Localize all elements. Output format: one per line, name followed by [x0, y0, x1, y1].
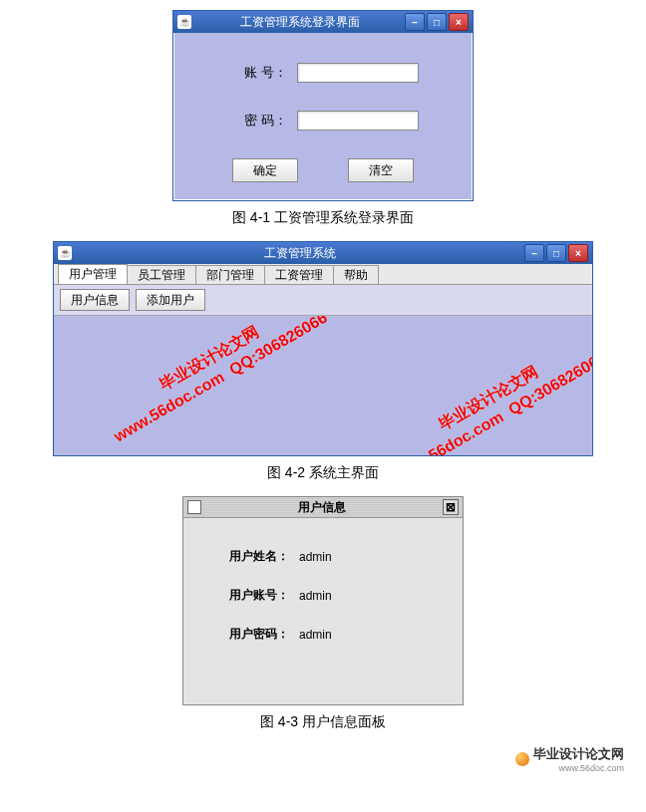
account-row: 账 号： — [193, 63, 453, 83]
tab-dept-mgmt[interactable]: 部门管理 — [195, 265, 265, 284]
label-account: 用户账号： — [219, 587, 299, 604]
frame-icon — [187, 500, 201, 514]
row-password: 用户密码： admin — [219, 626, 443, 643]
titlebar: ☕ 工资管理系统 – □ × — [54, 242, 592, 264]
password-input[interactable] — [297, 111, 419, 131]
window-title: 工资管理系统 — [76, 245, 524, 262]
figure-2-caption: 图 4-2 系统主界面 — [10, 464, 636, 482]
window-title: 用户信息 — [205, 499, 439, 516]
figure-1: ☕ 工资管理系统登录界面 – □ × 账 号： 密 码： 确定 清空 图 4-1… — [10, 10, 636, 227]
maximize-button[interactable]: □ — [546, 244, 566, 262]
window-controls: – □ × — [405, 13, 469, 31]
user-info-button[interactable]: 用户信息 — [60, 289, 130, 311]
user-info-frame: 用户信息 ⊠ 用户姓名： admin 用户账号： admin 用户密码： adm… — [182, 496, 464, 705]
label-username: 用户姓名： — [219, 548, 299, 565]
figure-2: ☕ 工资管理系统 – □ × 用户管理 员工管理 部门管理 工资管理 帮助 用户… — [10, 241, 636, 482]
figure-1-caption: 图 4-1 工资管理系统登录界面 — [10, 209, 636, 227]
label-password: 用户密码： — [219, 626, 299, 643]
brand-url: www.56doc.com — [533, 763, 624, 773]
figure-3: 用户信息 ⊠ 用户姓名： admin 用户账号： admin 用户密码： adm… — [10, 496, 636, 731]
minimize-button[interactable]: – — [405, 13, 425, 31]
password-label: 密 码： — [227, 112, 287, 130]
row-username: 用户姓名： admin — [219, 548, 443, 565]
site-logo: 毕业设计论文网 www.56doc.com — [515, 745, 624, 773]
maximize-button[interactable]: □ — [427, 13, 447, 31]
value-username: admin — [299, 550, 332, 564]
footer-watermark: 毕业设计论文网 www.56doc.com — [10, 745, 636, 775]
titlebar: ☕ 工资管理系统登录界面 – □ × — [173, 11, 473, 33]
account-input[interactable] — [297, 63, 419, 83]
password-row: 密 码： — [193, 111, 453, 131]
brand-text: 毕业设计论文网 www.56doc.com — [533, 745, 624, 773]
java-icon: ☕ — [58, 246, 72, 260]
button-row: 确定 清空 — [193, 158, 453, 182]
value-password: admin — [299, 628, 332, 642]
window-title: 工资管理系统登录界面 — [195, 14, 405, 31]
tab-salary-mgmt[interactable]: 工资管理 — [264, 265, 334, 284]
add-user-button[interactable]: 添加用户 — [136, 289, 205, 311]
java-icon: ☕ — [177, 15, 191, 29]
close-button[interactable]: ⊠ — [443, 499, 459, 515]
figure-3-caption: 图 4-3 用户信息面板 — [10, 713, 636, 731]
row-account: 用户账号： admin — [219, 587, 443, 604]
tab-help[interactable]: 帮助 — [333, 265, 379, 284]
login-body: 账 号： 密 码： 确定 清空 — [173, 33, 473, 200]
brand-name: 毕业设计论文网 — [533, 746, 624, 761]
tab-user-mgmt[interactable]: 用户管理 — [58, 264, 128, 284]
clear-button[interactable]: 清空 — [348, 158, 414, 182]
window-controls: – □ × — [524, 244, 588, 262]
minimize-button[interactable]: – — [524, 244, 544, 262]
user-info-body: 用户姓名： admin 用户账号： admin 用户密码： admin — [183, 518, 463, 704]
value-account: admin — [299, 589, 332, 603]
tab-employee-mgmt[interactable]: 员工管理 — [127, 265, 196, 284]
ok-button[interactable]: 确定 — [232, 158, 298, 182]
login-window: ☕ 工资管理系统登录界面 – □ × 账 号： 密 码： 确定 清空 — [172, 10, 474, 201]
toolbar: 用户信息 添加用户 — [54, 285, 592, 316]
close-button[interactable]: × — [568, 244, 588, 262]
watermark-icon: 毕业设计论文网 www.56doc.com QQ:306826066 — [99, 316, 332, 448]
main-body: 毕业设计论文网 www.56doc.com QQ:306826066 毕业设计论… — [54, 316, 592, 455]
main-window: ☕ 工资管理系统 – □ × 用户管理 员工管理 部门管理 工资管理 帮助 用户… — [53, 241, 593, 456]
watermark-icon: 毕业设计论文网 www.56doc.com QQ:306826066 — [378, 328, 592, 455]
close-button[interactable]: × — [449, 13, 469, 31]
tabstrip: 用户管理 员工管理 部门管理 工资管理 帮助 — [54, 264, 592, 285]
titlebar: 用户信息 ⊠ — [183, 497, 463, 518]
logo-icon — [515, 752, 529, 766]
account-label: 账 号： — [227, 64, 287, 82]
